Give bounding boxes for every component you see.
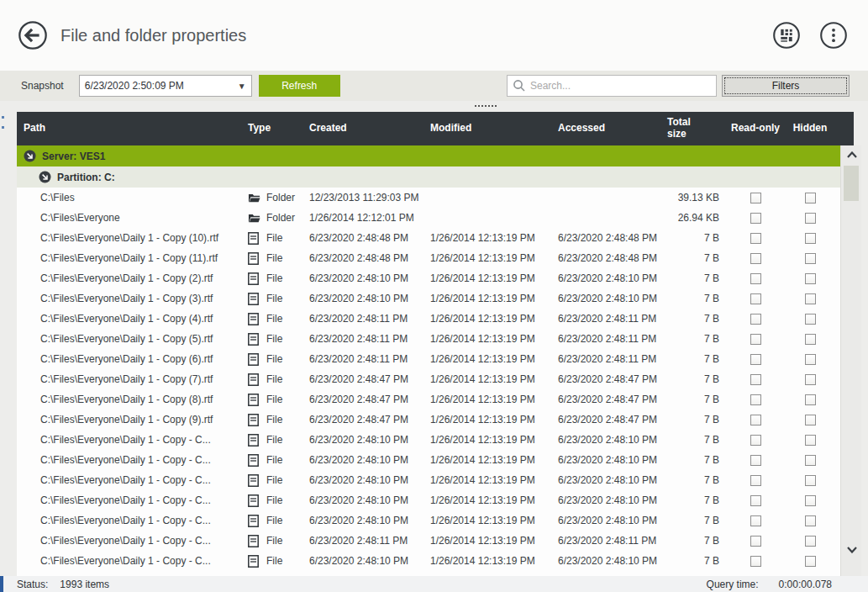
column-header-accessed[interactable]: Accessed (556, 112, 665, 145)
table-row[interactable]: C:\Files\Everyone\Daily 1 - Copy (9).rtf… (17, 410, 842, 430)
cell-readonly (726, 470, 785, 490)
readonly-checkbox[interactable] (750, 394, 761, 405)
cell-hidden (785, 510, 835, 531)
table-row[interactable]: C:\Files\Everyone\Daily 1 - Copy (6).rtf… (17, 349, 842, 369)
readonly-checkbox[interactable] (750, 293, 761, 304)
hidden-checkbox[interactable] (805, 253, 816, 264)
cell-readonly (726, 389, 785, 410)
table-row[interactable]: C:\Files\Everyone\Daily 1 - Copy - C...F… (17, 531, 842, 551)
hidden-checkbox[interactable] (805, 556, 816, 567)
cell-type: File (245, 510, 308, 531)
table-row[interactable]: C:\Files\Everyone\Daily 1 - Copy (5).rtf… (17, 329, 842, 349)
cell-modified: 1/26/2014 12:13:19 PM (429, 510, 556, 531)
table-row[interactable]: C:\Files\Everyone\Daily 1 - Copy - C...F… (17, 450, 842, 470)
hidden-checkbox[interactable] (805, 273, 816, 284)
hidden-checkbox[interactable] (805, 415, 816, 426)
table-row[interactable]: C:\Files\Everyone\Daily 1 - Copy (10).rt… (17, 228, 842, 248)
more-options-button[interactable] (816, 18, 851, 53)
cell-readonly (726, 551, 785, 571)
cell-total-size: 7 B (665, 531, 726, 551)
readonly-checkbox[interactable] (750, 536, 761, 547)
group-row-server[interactable]: Server: VES1 (17, 145, 842, 166)
readonly-checkbox[interactable] (750, 354, 761, 365)
hidden-checkbox[interactable] (805, 495, 816, 506)
readonly-checkbox[interactable] (750, 515, 761, 526)
hidden-checkbox[interactable] (805, 354, 816, 365)
collapse-arrow-icon[interactable] (39, 171, 51, 183)
scrollbar-thumb[interactable] (844, 166, 859, 201)
vertical-scrollbar[interactable] (840, 145, 861, 576)
cell-hidden (785, 309, 835, 329)
readonly-checkbox[interactable] (750, 334, 761, 345)
readonly-checkbox[interactable] (750, 213, 761, 224)
column-header-created[interactable]: Created (308, 112, 429, 145)
readonly-checkbox[interactable] (750, 435, 761, 446)
cell-modified: 1/26/2014 12:13:19 PM (429, 329, 556, 349)
hidden-checkbox[interactable] (805, 515, 816, 526)
column-header-type[interactable]: Type (245, 112, 308, 145)
table-row[interactable]: C:\Files\Everyone\Daily 1 - Copy (4).rtf… (17, 309, 842, 329)
readonly-checkbox[interactable] (750, 314, 761, 325)
table-row[interactable]: C:\FilesFolder12/23/2013 11:29:03 PM39.1… (17, 188, 842, 208)
type-label: File (266, 293, 282, 304)
readonly-checkbox[interactable] (750, 556, 761, 567)
readonly-checkbox[interactable] (750, 273, 761, 284)
hidden-checkbox[interactable] (805, 193, 816, 204)
table-row[interactable]: C:\Files\EveryoneFolder1/26/2014 12:12:0… (17, 208, 842, 228)
readonly-checkbox[interactable] (750, 455, 761, 466)
readonly-checkbox[interactable] (750, 233, 761, 244)
table-row[interactable]: C:\Files\Everyone\Daily 1 - Copy - C...F… (17, 510, 842, 531)
group-row-partition[interactable]: Partition: C: (17, 166, 842, 188)
readonly-checkbox[interactable] (750, 475, 761, 486)
column-header-path[interactable]: Path (17, 112, 245, 145)
column-header-size[interactable]: Total size (665, 112, 709, 145)
scroll-up-button[interactable] (841, 147, 862, 162)
readonly-checkbox[interactable] (750, 253, 761, 264)
readonly-checkbox[interactable] (750, 193, 761, 204)
hidden-checkbox[interactable] (805, 374, 816, 385)
column-header-hidden[interactable]: Hidden (785, 112, 835, 145)
table-row[interactable]: C:\Files\Everyone\Daily 1 - Copy (3).rtf… (17, 288, 842, 309)
refresh-button[interactable]: Refresh (259, 75, 340, 97)
search-input[interactable] (530, 80, 711, 92)
cell-total-size: 7 B (665, 389, 726, 410)
table-row[interactable]: C:\Files\Everyone\Daily 1 - Copy (11).rt… (17, 248, 842, 268)
column-header-modified[interactable]: Modified (429, 112, 556, 145)
hidden-checkbox[interactable] (805, 213, 816, 224)
hidden-checkbox[interactable] (805, 455, 816, 466)
readonly-checkbox[interactable] (750, 415, 761, 426)
table-row[interactable]: C:\Files\Everyone\Daily 1 - Copy - C...F… (17, 430, 842, 450)
edge-splitter-grip[interactable] (2, 116, 5, 136)
splitter-grip[interactable] (475, 105, 497, 107)
table-row[interactable]: C:\Files\Everyone\Daily 1 - Copy - C...F… (17, 490, 842, 510)
cell-hidden (785, 551, 835, 571)
hidden-checkbox[interactable] (805, 314, 816, 325)
column-header-readonly[interactable]: Read-only (726, 112, 785, 145)
hidden-checkbox[interactable] (805, 233, 816, 244)
hidden-checkbox[interactable] (805, 435, 816, 446)
collapse-arrow-icon[interactable] (24, 150, 36, 162)
table-row[interactable]: C:\Files\Everyone\Daily 1 - Copy (7).rtf… (17, 369, 842, 389)
type-label: File (266, 252, 282, 264)
table-body: Server: VES1 Partition: C: C:\FilesFolde… (17, 145, 842, 576)
table-row[interactable]: C:\Files\Everyone\Daily 1 - Copy (2).rtf… (17, 268, 842, 288)
back-button[interactable] (17, 19, 49, 51)
hidden-checkbox[interactable] (805, 475, 816, 486)
snapshot-dropdown[interactable]: 6/23/2020 2:50:09 PM ▼ (79, 75, 252, 97)
cell-hidden (785, 188, 835, 208)
filters-button[interactable]: Filters (722, 75, 850, 97)
readonly-checkbox[interactable] (750, 374, 761, 385)
scroll-down-button[interactable] (841, 542, 862, 558)
cell-type: File (245, 309, 308, 329)
hidden-checkbox[interactable] (805, 293, 816, 304)
layout-view-button[interactable] (769, 18, 804, 53)
table-row[interactable]: C:\Files\Everyone\Daily 1 - Copy (8).rtf… (17, 389, 842, 410)
table-row[interactable]: C:\Files\Everyone\Daily 1 - Copy - C...F… (17, 470, 842, 490)
hidden-checkbox[interactable] (805, 394, 816, 405)
readonly-checkbox[interactable] (750, 495, 761, 506)
hidden-checkbox[interactable] (805, 536, 816, 547)
cell-hidden (785, 490, 835, 510)
table-row[interactable]: C:\Files\Everyone\Daily 1 - Copy - C...F… (17, 551, 842, 571)
hidden-checkbox[interactable] (805, 334, 816, 345)
cell-readonly (726, 430, 785, 450)
